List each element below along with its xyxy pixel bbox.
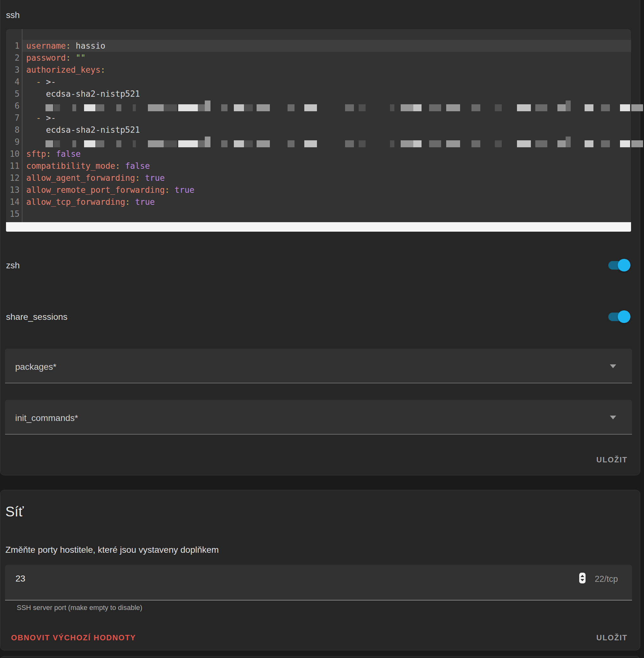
share-sessions-toggle[interactable] [608, 310, 632, 324]
redacted-block [517, 104, 531, 111]
redacted-block [72, 140, 76, 147]
redacted-block [359, 104, 366, 111]
container-port-label: 22/tcp [595, 574, 618, 584]
redacted-block [244, 140, 253, 147]
ssh-field-label: ssh [6, 10, 20, 20]
redacted-block [584, 140, 594, 147]
ssh-port-value: 23 [16, 574, 25, 584]
redacted-block [164, 104, 177, 111]
addon-config-page: ssh 1username: hassio2password: ""3autho… [0, 0, 644, 658]
code-line: allow_remote_port_forwarding: true [26, 184, 194, 196]
redacted-block [535, 140, 547, 147]
redacted-block [288, 140, 295, 147]
code-line: sftp: false [26, 148, 80, 160]
redacted-block [601, 104, 610, 111]
editor-line-number: 5 [4, 88, 20, 100]
redacted-block [429, 140, 441, 147]
editor-line-number: 9 [4, 136, 20, 148]
code-line: - >- [26, 76, 56, 88]
redacted-block [288, 104, 295, 111]
redacted-block [257, 104, 270, 111]
code-line: ecdsa-sha2-nistp521 [26, 88, 140, 100]
packages-dropdown-label: packages* [15, 362, 56, 372]
redacted-block [116, 104, 121, 111]
packages-dropdown[interactable]: packages* [5, 348, 632, 383]
code-line: - >- [26, 112, 56, 124]
redacted-block [84, 104, 95, 111]
chevron-down-icon [610, 364, 616, 368]
redacted-block [304, 104, 317, 111]
editor-horizontal-scrollbar[interactable] [6, 222, 631, 232]
redacted-block [133, 104, 136, 111]
redacted-block [446, 104, 460, 111]
redacted-block [54, 140, 60, 147]
editor-line-number: 3 [4, 64, 20, 76]
redacted-block [178, 140, 198, 147]
stepper-up-icon [580, 575, 584, 577]
network-description: Změňte porty hostitele, které jsou vysta… [5, 545, 219, 555]
redacted-block [495, 104, 502, 111]
redacted-block [72, 104, 76, 111]
redacted-block [205, 137, 210, 147]
zsh-toggle[interactable] [608, 258, 632, 272]
code-line: username: hassio [26, 40, 105, 52]
save-options-button[interactable]: ULOŽIT [596, 455, 627, 464]
redacted-block [96, 140, 104, 147]
stepper-down-icon [580, 579, 584, 581]
number-stepper-icon[interactable] [579, 573, 585, 584]
redacted-block [413, 140, 421, 147]
save-network-button[interactable]: ULOŽIT [596, 633, 627, 642]
redacted-block [472, 104, 480, 111]
zsh-toggle-label: zsh [6, 260, 20, 271]
redacted-block [198, 104, 205, 111]
redacted-block [566, 100, 571, 111]
init-commands-dropdown[interactable]: init_commands* [5, 400, 632, 435]
editor-line-number: 2 [4, 52, 20, 64]
redacted-block [148, 140, 164, 147]
redacted-block [566, 137, 571, 147]
redacted-block [390, 140, 394, 147]
editor-line-number: 15 [4, 208, 20, 220]
redacted-block [133, 140, 136, 147]
code-line: authorized_keys: [26, 64, 105, 76]
redacted-block [221, 140, 228, 147]
next-card-edge [0, 656, 640, 658]
redacted-block [631, 104, 643, 111]
reset-defaults-button[interactable]: OBNOVIT VÝCHOZÍ HODNOTY [11, 633, 136, 642]
redacted-block [631, 140, 643, 147]
toggle-thumb [618, 310, 630, 323]
redacted-block [164, 140, 177, 147]
editor-line-number: 4 [4, 76, 20, 88]
ssh-port-helper-text: SSH server port (make empty to disable) [17, 604, 142, 612]
redacted-block [359, 140, 366, 147]
ssh-port-input[interactable]: 23 22/tcp [5, 565, 632, 600]
redacted-block [54, 104, 60, 111]
editor-line-number: 12 [4, 172, 20, 184]
redacted-block [620, 140, 630, 147]
redacted-block [446, 140, 460, 147]
redacted-block [221, 104, 228, 111]
redacted-block [116, 140, 121, 147]
editor-line-number: 10 [4, 148, 20, 160]
redacted-block [234, 104, 244, 111]
redacted-block [46, 104, 53, 111]
chevron-down-icon [610, 415, 616, 419]
editor-line-number: 13 [4, 184, 20, 196]
toggle-thumb [618, 259, 630, 271]
redacted-block [304, 140, 317, 147]
redacted-block [198, 140, 205, 147]
editor-line-number: 11 [4, 160, 20, 172]
editor-line-number: 1 [4, 40, 20, 52]
editor-active-line [22, 40, 631, 52]
redacted-block [517, 140, 531, 147]
redacted-block [401, 104, 413, 111]
redacted-block [413, 104, 421, 111]
redacted-block [620, 104, 630, 111]
redacted-block [584, 104, 594, 111]
redacted-block [345, 140, 354, 147]
code-line: ecdsa-sha2-nistp521 [26, 124, 140, 136]
code-line: allow_tcp_forwarding: true [26, 196, 155, 208]
code-line: compatibility_mode: false [26, 160, 150, 172]
redacted-block [96, 104, 104, 111]
redacted-block [535, 104, 547, 111]
